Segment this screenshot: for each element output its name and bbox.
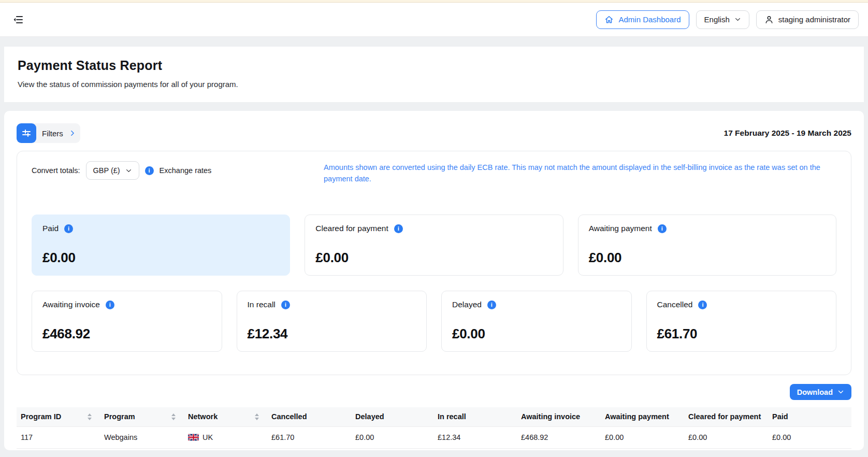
download-label: Download	[797, 388, 833, 396]
card-paid-value: £0.00	[42, 250, 279, 266]
table-row[interactable]: 117 Webgains UK	[17, 426, 851, 448]
info-icon[interactable]: i	[487, 301, 496, 309]
card-awaiting-payment-value: £0.00	[589, 250, 826, 266]
language-selector[interactable]: English	[696, 10, 749, 29]
topbar-actions: Admin Dashboard English staging administ…	[596, 10, 859, 29]
card-paid[interactable]: Paid i £0.00	[32, 215, 290, 276]
sort-icon[interactable]	[88, 413, 92, 420]
column-header-cancelled: Cancelled	[267, 407, 351, 426]
summary-cards-row-2: Awaiting invoice i £468.92 In recall i £…	[32, 291, 836, 352]
column-header-program[interactable]: Program	[100, 407, 184, 426]
card-paid-label: Paid	[42, 224, 59, 233]
card-cleared-for-payment[interactable]: Cleared for payment i £0.00	[305, 215, 563, 276]
sidebar-collapse-button[interactable]	[9, 11, 27, 28]
column-header-paid: Paid	[768, 407, 851, 426]
page-subtitle: View the status of commission payments f…	[18, 80, 850, 89]
report-date-range: 17 February 2025 - 19 March 2025	[724, 128, 851, 138]
info-icon[interactable]: i	[394, 224, 403, 233]
currency-value: GBP (£)	[93, 166, 120, 175]
download-button[interactable]: Download	[790, 384, 851, 400]
convert-totals-row: Convert totals: GBP (£) i Exchange rates…	[32, 161, 836, 184]
cell-awaiting-invoice: £468.92	[517, 426, 601, 448]
card-in-recall-value: £12.34	[248, 326, 416, 342]
cell-in-recall: £12.34	[433, 426, 517, 448]
filters-toolbar: Filters 17 February 2025 - 19 March 2025	[17, 123, 851, 143]
page-heading-section: Payment Status Report View the status of…	[4, 47, 864, 102]
filters-sliders-icon	[17, 123, 36, 143]
info-icon[interactable]: i	[281, 301, 290, 309]
report-panel: Filters 17 February 2025 - 19 March 2025…	[4, 111, 864, 450]
info-icon[interactable]: i	[106, 301, 114, 309]
card-awaiting-invoice-value: £468.92	[42, 326, 211, 342]
column-header-program-id[interactable]: Program ID	[17, 407, 100, 426]
card-delayed-value: £0.00	[452, 326, 621, 342]
convert-controls: Convert totals: GBP (£) i Exchange rates	[32, 161, 211, 180]
card-cancelled[interactable]: Cancelled i £61.70	[646, 291, 837, 352]
column-header-in-recall: In recall	[433, 407, 517, 426]
page-title: Payment Status Report	[18, 58, 850, 73]
cell-delayed: £0.00	[351, 426, 433, 448]
card-in-recall-label: In recall	[248, 300, 276, 309]
card-awaiting-payment[interactable]: Awaiting payment i £0.00	[578, 215, 836, 276]
admin-dashboard-label: Admin Dashboard	[618, 15, 681, 24]
cell-program: Webgains	[100, 426, 184, 448]
user-icon	[764, 15, 774, 24]
exchange-rates-info-icon[interactable]: i	[145, 166, 154, 175]
sort-icon[interactable]	[255, 413, 259, 420]
filters-button[interactable]: Filters	[17, 123, 80, 143]
summary-cards-row-1: Paid i £0.00 Cleared for payment i £0.00…	[32, 215, 836, 276]
info-icon[interactable]: i	[698, 301, 707, 309]
language-label: English	[704, 15, 730, 24]
cell-program-id: 117	[17, 426, 100, 448]
payment-status-table: Program ID Program Network Cancelled Del…	[17, 407, 851, 449]
chevron-down-icon	[734, 16, 741, 23]
card-awaiting-payment-label: Awaiting payment	[589, 224, 652, 233]
currency-select[interactable]: GBP (£)	[86, 161, 139, 180]
column-header-cleared-for-payment: Cleared for payment	[684, 407, 768, 426]
chevron-down-icon	[125, 167, 132, 174]
admin-dashboard-button[interactable]: Admin Dashboard	[596, 10, 689, 29]
user-label: staging administrator	[778, 15, 850, 24]
user-menu-button[interactable]: staging administrator	[756, 10, 859, 29]
column-header-network[interactable]: Network	[184, 407, 267, 426]
convert-totals-label: Convert totals:	[32, 166, 80, 175]
card-delayed-label: Delayed	[452, 300, 482, 309]
card-cleared-value: £0.00	[315, 250, 552, 266]
cell-cancelled: £61.70	[267, 426, 351, 448]
download-row: Download	[17, 384, 851, 400]
ecb-rate-notice: Amounts shown are converted using the da…	[324, 161, 836, 184]
column-header-awaiting-invoice: Awaiting invoice	[517, 407, 601, 426]
column-header-awaiting-payment: Awaiting payment	[601, 407, 684, 426]
cell-network: UK	[184, 426, 267, 448]
chevron-right-icon	[69, 130, 76, 137]
top-header-bar: Admin Dashboard English staging administ…	[0, 3, 868, 37]
cell-paid: £0.00	[768, 426, 851, 448]
info-icon[interactable]: i	[658, 224, 667, 233]
info-icon[interactable]: i	[64, 224, 73, 233]
totals-box: Convert totals: GBP (£) i Exchange rates…	[17, 151, 851, 375]
card-cleared-label: Cleared for payment	[315, 224, 388, 233]
cell-awaiting-payment: £0.00	[601, 426, 684, 448]
card-cancelled-label: Cancelled	[657, 300, 693, 309]
exchange-rates-label: Exchange rates	[160, 166, 212, 175]
collapse-menu-icon	[12, 14, 24, 25]
chevron-down-icon	[837, 389, 844, 395]
card-awaiting-invoice[interactable]: Awaiting invoice i £468.92	[32, 291, 222, 352]
uk-flag-icon	[188, 434, 199, 441]
home-icon	[604, 15, 614, 24]
card-delayed[interactable]: Delayed i £0.00	[441, 291, 632, 352]
card-in-recall[interactable]: In recall i £12.34	[237, 291, 427, 352]
card-awaiting-invoice-label: Awaiting invoice	[42, 300, 100, 309]
cell-cleared-for-payment: £0.00	[684, 426, 768, 448]
card-cancelled-value: £61.70	[657, 326, 826, 342]
filters-label: Filters	[42, 129, 63, 138]
table-header-row: Program ID Program Network Cancelled Del…	[17, 407, 851, 426]
sort-icon[interactable]	[171, 413, 176, 420]
column-header-delayed: Delayed	[351, 407, 433, 426]
